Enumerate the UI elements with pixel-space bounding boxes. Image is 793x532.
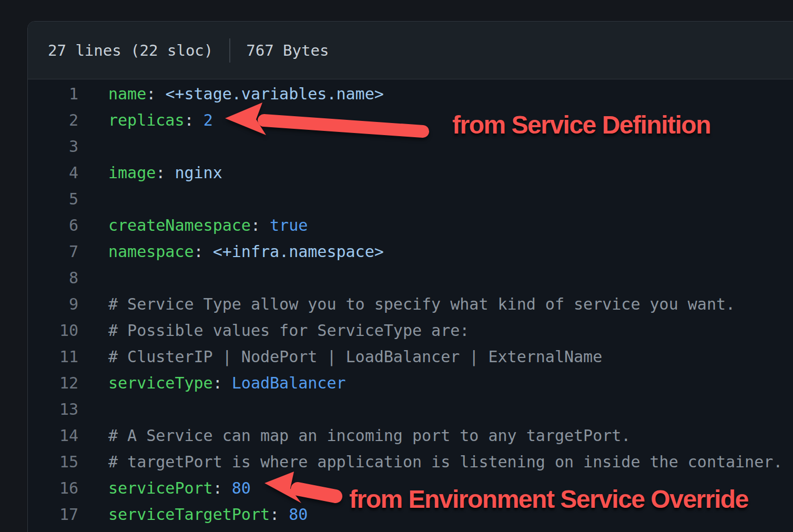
line-content: # Service Type allow you to specify what… — [78, 291, 735, 318]
line-number[interactable]: 5 — [28, 186, 78, 212]
annotation-environment-override: from Environment Service Override — [349, 487, 748, 512]
code-line: 6createNamespace: true — [28, 212, 793, 239]
code-token-value: 2 — [204, 111, 213, 129]
code-token-string: nginx — [175, 163, 222, 182]
code-token-key: createNamespace — [108, 216, 251, 234]
line-number[interactable]: 8 — [28, 265, 78, 291]
line-number[interactable]: 2 — [28, 107, 78, 134]
line-content: replicas: 2 — [78, 107, 213, 134]
line-content: name: <+stage.variables.name> — [78, 81, 384, 107]
line-content: # A Service can map an incoming port to … — [78, 423, 631, 449]
code-line: 14# A Service can map an incoming port t… — [28, 423, 793, 449]
line-number[interactable]: 13 — [28, 396, 78, 423]
code-line: 11# ClusterIP | NodePort | LoadBalancer … — [28, 344, 793, 370]
code-token-key: image — [108, 163, 156, 182]
code-token-key: serviceTargetPort — [108, 505, 270, 524]
code-token-comment: # Possible values for ServiceType are: — [108, 321, 469, 340]
code-token-punct: : — [194, 242, 213, 261]
line-number[interactable]: 10 — [28, 318, 78, 344]
line-number[interactable]: 14 — [28, 423, 78, 449]
code-token-key: replicas — [108, 111, 185, 129]
code-lines: 1name: <+stage.variables.name>2replicas:… — [28, 79, 793, 528]
code-token-punct: : — [185, 111, 204, 129]
header-divider — [229, 38, 230, 63]
code-token-string: <+stage.variables.name> — [165, 85, 383, 103]
code-token-key: serviceType — [108, 374, 213, 392]
code-token-key: servicePort — [108, 479, 213, 497]
code-token-punct: : — [251, 216, 270, 234]
code-line: 10# Possible values for ServiceType are: — [28, 318, 793, 344]
code-token-comment: # ClusterIP | NodePort | LoadBalancer | … — [108, 347, 602, 366]
line-content: namespace: <+infra.namespace> — [78, 239, 384, 265]
line-content — [78, 186, 108, 212]
line-number[interactable]: 15 — [28, 449, 78, 475]
line-content: image: nginx — [78, 160, 222, 186]
line-number[interactable]: 7 — [28, 239, 78, 265]
line-number[interactable]: 11 — [28, 344, 78, 370]
annotation-service-definition: from Service Definition — [452, 112, 710, 138]
code-line: 15# targetPort is where application is l… — [28, 449, 793, 475]
code-token-punct: : — [213, 374, 232, 392]
code-token-value: 80 — [289, 505, 308, 524]
line-number[interactable]: 16 — [28, 475, 78, 502]
code-token-punct: : — [156, 163, 175, 182]
code-line: 7namespace: <+infra.namespace> — [28, 239, 793, 265]
code-token-value: LoadBalancer — [232, 374, 346, 392]
code-token-punct: : — [270, 505, 289, 524]
code-line: 12serviceType: LoadBalancer — [28, 370, 793, 396]
file-size-info: 767 Bytes — [246, 42, 329, 59]
line-content: createNamespace: true — [78, 212, 308, 239]
line-content: serviceType: LoadBalancer — [78, 370, 346, 396]
code-token-punct: : — [213, 479, 232, 497]
line-number[interactable]: 4 — [28, 160, 78, 186]
file-lines-info: 27 lines (22 sloc) — [48, 42, 213, 59]
line-number[interactable]: 1 — [28, 81, 78, 107]
code-line: 5 — [28, 186, 793, 212]
line-number[interactable]: 3 — [28, 134, 78, 160]
line-number[interactable]: 12 — [28, 370, 78, 396]
code-token-value: true — [270, 216, 308, 234]
line-content: servicePort: 80 — [78, 475, 251, 502]
code-token-comment: # targetPort is where application is lis… — [108, 453, 782, 471]
code-line: 8 — [28, 265, 793, 291]
line-number[interactable]: 9 — [28, 291, 78, 318]
line-content — [78, 265, 108, 291]
code-token-value: 80 — [232, 479, 251, 497]
line-content — [78, 134, 108, 160]
code-token-comment: # Service Type allow you to specify what… — [108, 295, 735, 313]
line-content: # Possible values for ServiceType are: — [78, 318, 469, 344]
code-line: 9# Service Type allow you to specify wha… — [28, 291, 793, 318]
code-line: 4image: nginx — [28, 160, 793, 186]
line-content: serviceTargetPort: 80 — [78, 502, 308, 528]
code-token-punct: : — [146, 85, 165, 103]
code-line: 13 — [28, 396, 793, 423]
line-number[interactable]: 6 — [28, 212, 78, 239]
line-number[interactable]: 17 — [28, 502, 78, 528]
code-token-string: <+infra.namespace> — [213, 242, 384, 261]
file-blob-panel: 27 lines (22 sloc) 767 Bytes 1name: <+st… — [27, 21, 793, 532]
line-content: # ClusterIP | NodePort | LoadBalancer | … — [78, 344, 602, 370]
line-content — [78, 396, 108, 423]
code-token-key: name — [108, 85, 146, 103]
line-content: # targetPort is where application is lis… — [78, 449, 782, 475]
code-line: 1name: <+stage.variables.name> — [28, 81, 793, 107]
code-token-comment: # A Service can map an incoming port to … — [108, 426, 631, 445]
code-token-key: namespace — [108, 242, 194, 261]
file-header: 27 lines (22 sloc) 767 Bytes — [28, 22, 793, 79]
